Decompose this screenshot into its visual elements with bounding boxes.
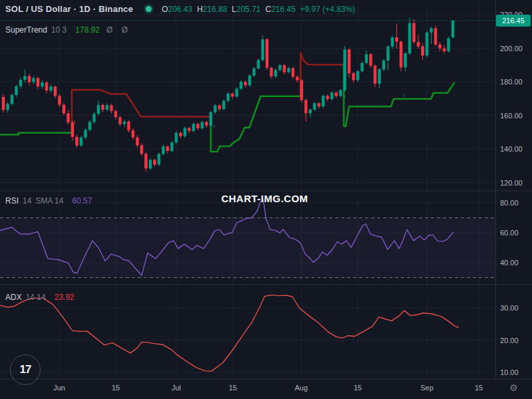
supertrend-flip-marker: ‡ xyxy=(213,124,215,128)
supertrend-flip-marker: ‡ xyxy=(403,93,405,97)
rsi-sma-label: SMA 14 xyxy=(35,196,63,205)
hidden-values-icons: Ø Ø xyxy=(106,25,131,35)
close-label: C xyxy=(265,5,271,14)
supertrend-legend[interactable]: SuperTrend10 3178.92Ø Ø xyxy=(5,25,131,35)
adx-axis-label: 20.00 xyxy=(500,336,519,344)
tradingview-logo-glyph: 17 xyxy=(20,363,31,376)
chart-header: SOL / US Dollar · 1D · Binance O206.43H2… xyxy=(5,4,355,14)
time-axis-label[interactable]: Jun xyxy=(53,384,65,392)
adx-name: ADX xyxy=(5,293,22,302)
time-axis-label[interactable]: 15 xyxy=(354,384,362,392)
price-axis-label: 180.00 xyxy=(500,78,523,86)
price-axis-label: 160.00 xyxy=(500,112,523,120)
status-dot-inner xyxy=(146,6,152,12)
supertrend-down-segment xyxy=(72,90,209,133)
supertrend-params: 10 3 xyxy=(51,25,66,35)
rsi-band-fill xyxy=(0,218,495,278)
watermark: CHART-IMG.COM xyxy=(221,193,309,204)
settings-gear-icon[interactable]: ⚙ xyxy=(509,382,518,393)
adx-line xyxy=(0,295,459,371)
open-value: 206.43 xyxy=(168,5,192,14)
supertrend-flip-marker: ‡ xyxy=(344,94,346,98)
symbol-title[interactable]: SOL / US Dollar · 1D · Binance xyxy=(5,4,133,14)
time-axis-label[interactable]: 15 xyxy=(112,384,120,392)
time-axis-label[interactable]: 15 xyxy=(229,384,237,392)
rsi-legend[interactable]: RSI14SMA 1460.57 xyxy=(5,196,92,205)
status-dot-icon[interactable] xyxy=(144,4,154,14)
price-axis-label: 140.00 xyxy=(500,145,523,153)
supertrend-down-segment xyxy=(301,53,342,96)
time-axis-label[interactable]: Jul xyxy=(172,384,181,392)
rsi-axis-label: 80.00 xyxy=(500,199,519,207)
time-axis-label[interactable]: Aug xyxy=(295,384,308,392)
time-axis-label[interactable]: Sep xyxy=(420,384,434,392)
last-price-badge: 216.45 xyxy=(496,15,531,27)
adx-legend[interactable]: ADX14 1423.92 xyxy=(5,293,74,302)
price-axis-label: 120.00 xyxy=(500,179,523,187)
rsi-param: 14 xyxy=(23,196,31,205)
rsi-axis-label: 40.00 xyxy=(500,259,519,267)
rsi-axis-label: 60.00 xyxy=(500,229,519,237)
close-value: 216.45 xyxy=(271,5,296,14)
adx-axis-label: 30.00 xyxy=(500,304,519,312)
price-axis-label: 200.00 xyxy=(500,45,523,53)
adx-axis-label: 10.00 xyxy=(500,368,519,376)
supertrend-name: SuperTrend xyxy=(5,25,47,35)
rsi-value: 60.57 xyxy=(72,196,92,205)
tradingview-logo[interactable]: 17 xyxy=(10,354,41,385)
high-value: 216.88 xyxy=(203,5,227,14)
rsi-name: RSI xyxy=(5,196,19,205)
supertrend-flip-marker: ‡ xyxy=(73,120,75,124)
supertrend-up-segment xyxy=(344,65,454,126)
adx-params: 14 14 xyxy=(26,293,46,302)
change-value: +9.97 (+4.83%) xyxy=(300,5,355,14)
high-label: H xyxy=(197,5,203,14)
supertrend-flip-marker: ‡ xyxy=(299,89,301,93)
low-value: 205.71 xyxy=(236,5,261,14)
time-axis-label[interactable]: 15 xyxy=(475,384,483,392)
supertrend-value: 178.92 xyxy=(75,25,100,35)
supertrend-up-segment xyxy=(0,133,72,135)
ohlc-readout: O206.43H216.88L205.71C216.45+9.97 (+4.83… xyxy=(162,5,355,14)
adx-value: 23.92 xyxy=(55,293,74,302)
chart-application: ‡‡‡‡‡ SOL / US Dollar · 1D · Binance O20… xyxy=(0,0,532,399)
